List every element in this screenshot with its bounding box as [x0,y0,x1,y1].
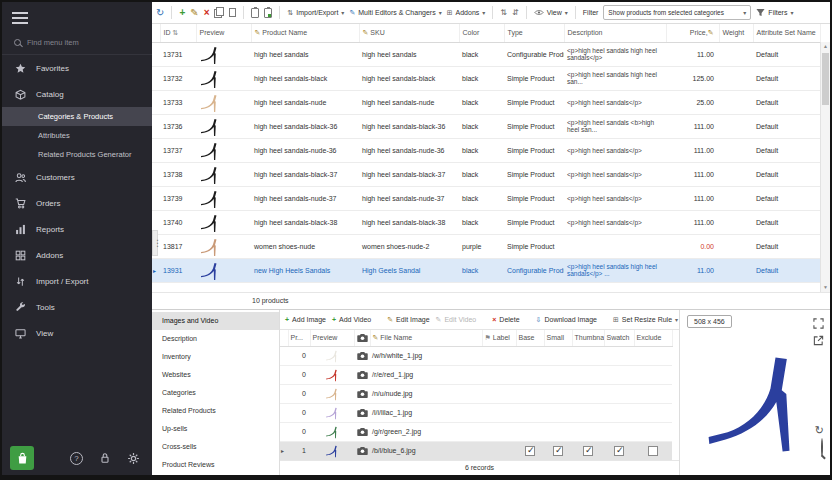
sidebar-item-view[interactable]: View [2,320,152,346]
category-filter-select[interactable]: Show products from selected categories ▾ [603,5,751,20]
filters-menu[interactable]: Filters ▾ [756,8,793,17]
column-header-weight[interactable]: Weight [719,24,753,42]
cell-small[interactable] [544,403,572,422]
column-header-label[interactable]: ⚑ Label [482,330,516,346]
product-row[interactable]: 13736 high heel sandals-black-36 high he… [152,114,820,138]
zoom-icon[interactable] [821,439,823,457]
column-header-type[interactable]: Type [504,24,564,42]
rotate-icon[interactable]: ↻ [815,424,824,437]
delete-product-button[interactable]: × [204,8,210,18]
fullscreen-icon[interactable] [813,315,824,333]
product-row[interactable]: 13738 high heel sandals-black-37 high he… [152,162,820,186]
gear-icon[interactable] [127,452,140,465]
image-row[interactable]: 0 /r/e/red_1.jpg [280,365,672,384]
clipboard-icon[interactable] [251,8,259,18]
product-row[interactable]: 13737 high heel sandals-nude-36 high hee… [152,138,820,162]
cell-swatch[interactable] [604,403,634,422]
tab-images-and-video[interactable]: Images and Video [152,312,279,330]
addons-menu[interactable]: ⊞ Addons ▾ [447,9,486,17]
column-header-file-name[interactable]: ✎ File Name [370,330,482,346]
cell-small[interactable] [544,384,572,403]
sidebar-item-tools[interactable]: Tools [2,294,152,320]
help-button[interactable]: ? [70,452,83,465]
cell-base[interactable] [516,403,544,422]
sidebar-item-attributes[interactable]: Attributes [2,126,152,145]
add-product-button[interactable]: + [179,8,185,18]
image-row[interactable]: 0 /n/u/nude.jpg [280,384,672,403]
base-checkbox[interactable] [525,446,535,456]
hamburger-menu-icon[interactable] [2,2,152,34]
product-row[interactable]: 13740 high heel sandals-black-38 high he… [152,210,820,234]
edit-image-button[interactable]: ✎Edit Image [387,316,429,324]
tab-related-products[interactable]: Related Products [152,402,279,420]
sidebar-item-catalog[interactable]: Catalog [2,81,152,107]
clipboard-paste-icon[interactable] [264,8,272,18]
tab-description[interactable]: Description [152,330,279,348]
sidebar-splitter-handle[interactable]: ⋮ [152,230,158,256]
cell-thumbnail[interactable] [572,422,604,441]
cell-exclude[interactable] [634,346,672,365]
scroll-up-icon[interactable]: ▲ [821,42,830,51]
column-header-small[interactable]: Small [544,330,572,346]
cell-thumbnail[interactable] [572,403,604,422]
cell-swatch[interactable] [604,422,634,441]
sidebar-item-related-products-generator[interactable]: Related Products Generator [2,145,152,164]
sidebar-item-import-export[interactable]: Import / Export [2,268,152,294]
cell-base[interactable] [516,384,544,403]
cell-small[interactable] [544,365,572,384]
column-header-sku[interactable]: ✎ SKU [359,24,459,42]
column-header-preview[interactable]: Preview [196,24,251,42]
column-header-thumbnail[interactable]: Thumbna [572,330,604,346]
sidebar-item-favorites[interactable]: Favorites [2,55,152,81]
sidebar-item-reports[interactable]: Reports [2,216,152,242]
product-row-selected[interactable]: ▸ 13931 new High Heels Sandals High Geel… [152,258,820,282]
column-header-image-preview[interactable]: Preview [310,330,354,346]
cell-base[interactable] [516,422,544,441]
cell-small[interactable] [544,422,572,441]
sidebar-search[interactable] [2,34,152,55]
edit-video-button[interactable]: ✎Edit Video [436,316,477,324]
refresh-button[interactable]: ↻ [156,8,164,18]
sidebar-item-categories-products[interactable]: Categories & Products [2,107,152,126]
tab-inventory[interactable]: Inventory [152,348,279,366]
sidebar-item-customers[interactable]: Customers [2,164,152,190]
add-image-button[interactable]: +Add Image [285,316,326,323]
multi-editors-menu[interactable]: ✎ Multi Editors & Changers ▾ [349,9,441,17]
sidebar-item-orders[interactable]: Orders [2,190,152,216]
cell-exclude[interactable] [634,365,672,384]
cell-swatch[interactable] [604,346,634,365]
edit-product-button[interactable]: ✎ [190,8,198,18]
import-export-menu[interactable]: ⇅ Import/Export ▾ [287,9,344,17]
scrollbar-thumb[interactable] [822,53,829,105]
tab-categories[interactable]: Categories [152,384,279,402]
lock-icon[interactable] [99,452,111,464]
column-header-id[interactable]: ID ⇅ [160,24,196,42]
product-row[interactable]: 13733 high heel sandals-nude high heel s… [152,90,820,114]
product-row[interactable]: 13739 high heel sandals-nude-37 high hee… [152,186,820,210]
open-external-icon[interactable] [813,332,824,350]
image-row[interactable]: 0 /w/h/white_1.jpg [280,346,672,365]
product-row[interactable]: 13731 high heel sandals high heel sandal… [152,42,820,66]
cell-base[interactable] [516,346,544,365]
column-header-base[interactable]: Base [516,330,544,346]
tab-websites[interactable]: Websites [152,366,279,384]
add-video-button[interactable]: +Add Video [332,316,371,323]
column-header-product-name[interactable]: ✎ Product Name [251,24,359,42]
sort-ascending-icon[interactable]: ⇅ [500,8,507,18]
tab-cross-sells[interactable]: Cross-sells [152,438,279,456]
column-header-price[interactable]: Price,✎ [666,24,719,42]
image-row[interactable]: 0 /l/i/lilac_1.jpg [280,403,672,422]
image-row-selected[interactable]: ▸ 1 /b/l/blue_6.jpg [280,441,672,460]
small-checkbox[interactable] [553,446,563,456]
column-header-priority[interactable]: Pr... [288,330,310,346]
column-header-color[interactable]: Color [459,24,504,42]
cell-exclude[interactable] [634,384,672,403]
cell-thumbnail[interactable] [572,384,604,403]
cell-thumbnail[interactable] [572,365,604,384]
product-row[interactable]: 13817 women shoes-nude women shoes-nude-… [152,234,820,258]
image-row[interactable]: 0 /g/r/green_2.jpg [280,422,672,441]
delete-image-button[interactable]: ×Delete [492,316,519,323]
cell-base[interactable] [516,365,544,384]
download-image-button[interactable]: ⇩Download Image [536,316,597,324]
set-resize-rule-button[interactable]: ⊞Set Resize Rule▾ [613,316,678,324]
